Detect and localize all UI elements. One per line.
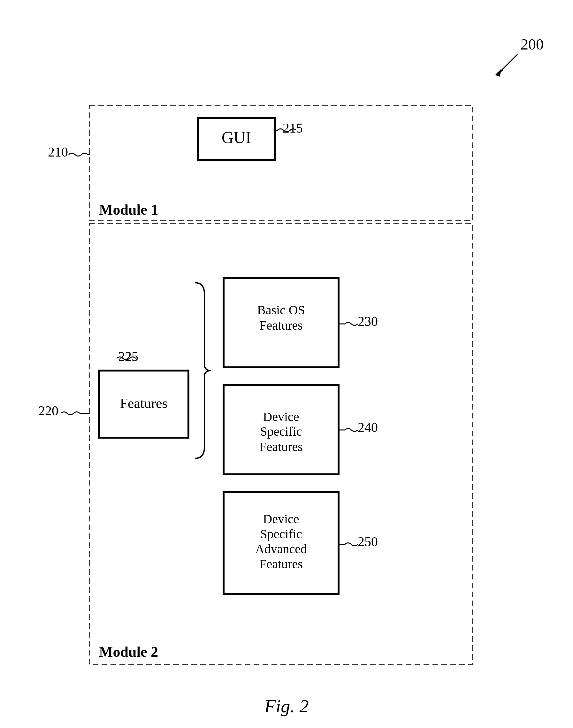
svg-text:Module 1: Module 1 [99, 202, 158, 218]
svg-text:215: 215 [283, 121, 303, 136]
svg-text:Device: Device [263, 410, 299, 424]
svg-text:Features: Features [120, 396, 167, 411]
svg-line-1 [498, 54, 517, 73]
svg-text:200: 200 [521, 36, 543, 53]
svg-text:250: 250 [358, 534, 378, 549]
svg-text:Fig. 2: Fig. 2 [264, 696, 309, 717]
svg-text:225: 225 [118, 349, 138, 364]
svg-text:220: 220 [38, 404, 58, 418]
svg-text:Basic OS: Basic OS [257, 303, 305, 317]
svg-text:Features: Features [259, 557, 303, 571]
svg-text:Advanced: Advanced [255, 542, 307, 556]
svg-text:GUI: GUI [222, 128, 251, 147]
svg-marker-3 [495, 69, 502, 77]
svg-text:Device: Device [263, 512, 299, 526]
svg-text:230: 230 [358, 314, 378, 329]
svg-text:240: 240 [358, 420, 378, 435]
svg-text:Specific: Specific [260, 527, 302, 541]
svg-text:Features: Features [259, 439, 303, 454]
svg-text:Features: Features [259, 318, 303, 332]
svg-text:Module 2: Module 2 [99, 644, 158, 660]
svg-text:Specific: Specific [260, 424, 302, 438]
svg-text:210: 210 [48, 145, 68, 159]
